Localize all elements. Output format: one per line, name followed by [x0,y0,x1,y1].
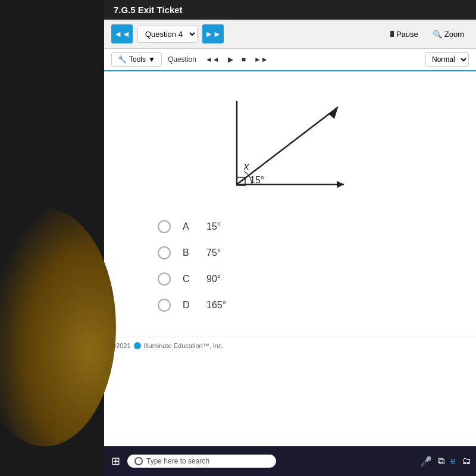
option-d-letter: D [183,300,195,311]
playback-controls: ◄◄ ▶ ■ ►► [202,54,271,65]
play-button[interactable]: ▶ [225,54,236,65]
option-d[interactable]: D 165° [158,299,458,312]
question-select[interactable]: Question 4 [137,26,198,43]
option-b-letter: B [183,248,195,258]
diagram-svg: 15° x [201,89,380,208]
radio-c[interactable] [158,273,171,286]
option-b[interactable]: B 75° [158,246,458,259]
main-screen: 7.G.5 Exit Ticket ◄◄ Question 4 ►► Pause… [104,0,476,446]
tools-button[interactable]: 🔧 Tools ▼ [111,52,162,67]
radio-a[interactable] [158,220,171,233]
taskbar-icons: 🎤 ⧉ e 🗂 [420,456,471,467]
svg-text:x: x [243,161,249,171]
files-icon[interactable]: 🗂 [462,456,471,466]
nav-bar: ◄◄ Question 4 ►► Pause 🔍 Zoom [104,20,476,49]
answer-options: A 15° B 75° C 90° D 165° [122,220,458,312]
taskbar-search[interactable]: Type here to search [127,455,276,468]
title-bar: 7.G.5 Exit Ticket [104,0,476,20]
option-c[interactable]: C 90° [158,273,458,286]
footer: ©2021 Illuminate Education™, Inc. [104,337,476,354]
option-a[interactable]: A 15° [158,220,458,233]
stop-button[interactable]: ■ [239,54,249,65]
option-a-letter: A [183,221,195,232]
pause-button[interactable]: Pause [386,27,423,42]
illuminate-dot-icon [134,342,141,349]
start-button[interactable]: ⊞ [109,452,123,470]
pause-icon [390,30,394,39]
option-d-value: 165° [206,300,226,311]
edge-icon[interactable]: e [450,456,456,466]
taskbar-search-text: Type here to search [146,457,209,465]
radio-d[interactable] [158,299,171,312]
rewind-button[interactable]: ◄◄ [202,54,223,65]
taskbar: ⊞ Type here to search 🎤 ⧉ e 🗂 [104,446,476,476]
task-view-icon[interactable]: ⧉ [438,456,444,466]
normal-select[interactable]: Normal [425,52,469,67]
company-name: Illuminate Education™, Inc. [144,342,224,349]
zoom-button[interactable]: 🔍 Zoom [428,27,469,42]
next-button[interactable]: ►► [202,24,224,43]
zoom-icon: 🔍 [433,30,442,39]
mic-icon[interactable]: 🎤 [420,456,432,467]
question-content: 15° x A 15° B 75° C 90° [104,71,476,337]
svg-marker-2 [337,181,344,188]
option-b-value: 75° [206,248,221,258]
svg-line-4 [237,107,338,184]
svg-text:15°: 15° [250,175,264,185]
option-a-value: 15° [206,221,221,232]
fast-forward-button[interactable]: ►► [251,54,271,65]
radio-b[interactable] [158,246,171,259]
tools-bar: 🔧 Tools ▼ Question ◄◄ ▶ ■ ►► Normal [104,49,476,71]
prev-button[interactable]: ◄◄ [111,24,133,43]
option-c-letter: C [183,274,195,284]
geometry-diagram: 15° x [201,89,380,208]
question-label: Question [168,55,196,64]
page-title: 7.G.5 Exit Ticket [114,5,183,15]
dropdown-icon: ▼ [148,55,155,64]
wrench-icon: 🔧 [118,55,127,64]
search-circle-icon [134,457,143,465]
option-c-value: 90° [206,274,221,284]
